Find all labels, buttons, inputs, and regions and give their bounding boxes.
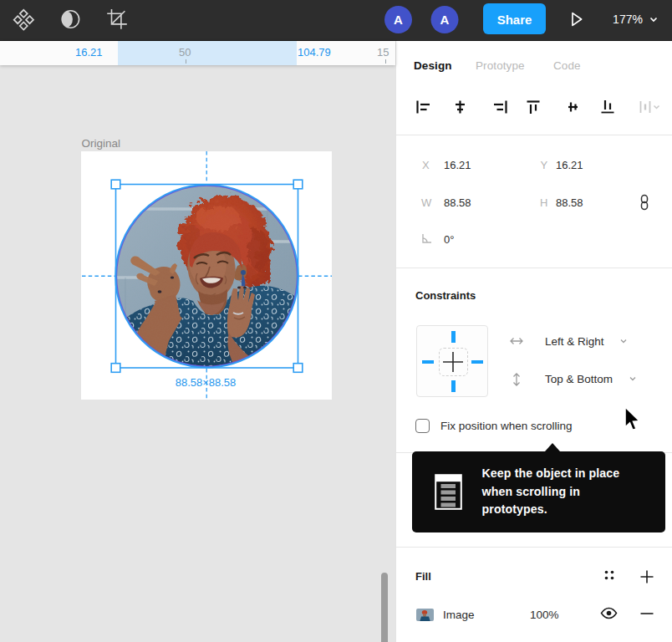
- svg-text:Share: Share: [497, 13, 532, 27]
- svg-text:A: A: [394, 13, 403, 27]
- svg-text:A: A: [440, 13, 450, 27]
- svg-text:88.58×88.58: 88.58×88.58: [176, 376, 237, 389]
- svg-text:Original: Original: [82, 137, 121, 150]
- svg-text:177%: 177%: [613, 13, 643, 26]
